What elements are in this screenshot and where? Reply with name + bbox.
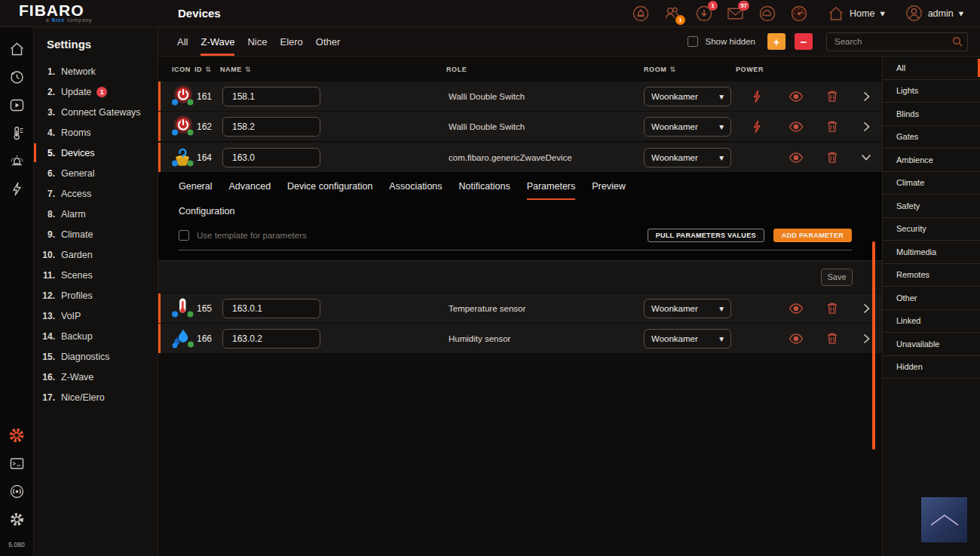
settings-item-rooms[interactable]: 4.Rooms [34,122,158,143]
category-multimedia[interactable]: Multimedia [883,241,980,264]
update-icon[interactable]: 1 [695,5,712,22]
chevron-right-icon[interactable] [863,91,870,102]
show-hidden-checkbox[interactable] [688,36,698,47]
settings-item-devices[interactable]: 5.Devices [34,143,158,163]
eye-icon[interactable] [789,91,804,102]
eye-icon[interactable] [789,303,804,314]
settings-item-connect-gateways[interactable]: 3.Connect Gateways [34,102,158,122]
settings-gear-icon[interactable] [8,426,26,444]
category-ambience[interactable]: Ambience [883,149,980,172]
category-other[interactable]: Other [883,287,980,310]
settings-item-general[interactable]: 6.General [34,163,158,183]
device-name-input[interactable] [222,117,320,137]
network-icon[interactable] [8,482,26,500]
tab-other[interactable]: Other [316,27,341,56]
chevron-down-icon: ▾ [719,333,724,344]
trash-icon[interactable] [826,151,838,164]
room-select[interactable]: Woonkamer▾ [644,299,731,318]
settings-item-access[interactable]: 7.Access [34,183,158,204]
media-icon[interactable] [8,96,26,114]
category-unavailable[interactable]: Unavailable [883,333,980,356]
category-hidden[interactable]: Hidden [883,356,980,379]
add-device-button[interactable]: + [767,33,786,50]
settings-item-diagnostics[interactable]: 15.Diagnostics [34,346,158,367]
category-all[interactable]: All [883,57,980,80]
category-remotes[interactable]: Remotes [883,264,980,287]
chevron-right-icon[interactable] [863,303,870,314]
category-safety[interactable]: Safety [883,195,980,218]
eye-icon[interactable] [789,121,804,132]
tab-zwave[interactable]: Z-Wave [201,27,234,56]
settings-item-climate[interactable]: 9.Climate [34,224,158,244]
room-select[interactable]: Woonkamer▾ [644,329,731,349]
save-button[interactable]: Save [821,269,853,286]
category-security[interactable]: Security [883,218,980,241]
settings-item-voip[interactable]: 13.VoIP [34,306,158,326]
detail-tab-device-configuration[interactable]: Device configuration [287,181,372,200]
settings-item-scenes[interactable]: 11.Scenes [34,265,158,285]
category-lights[interactable]: Lights [883,80,980,103]
history-icon[interactable] [8,68,26,86]
eye-icon[interactable] [789,152,804,163]
device-name-input[interactable] [222,299,320,318]
chevron-right-icon[interactable] [863,333,870,344]
gauge-icon[interactable] [790,5,807,22]
category-blinds[interactable]: Blinds [883,103,980,126]
scroll-to-top-button[interactable] [921,497,967,542]
alarm-panel-icon[interactable] [632,5,649,22]
tab-elero[interactable]: Elero [280,27,303,56]
search-input[interactable] [826,32,968,51]
pull-parameters-button[interactable]: PULL PARAMETERS VALUES [648,229,764,242]
climate-icon[interactable] [8,124,26,142]
tab-all[interactable]: All [177,27,188,56]
mail-icon[interactable]: 57 [727,5,744,22]
trash-icon[interactable] [826,90,838,103]
use-template-checkbox[interactable] [179,230,189,241]
device-name-input[interactable] [222,87,320,106]
category-gates[interactable]: Gates [883,126,980,149]
home-selector[interactable]: Home ▾ [828,5,885,22]
trash-icon[interactable] [826,120,838,133]
settings-item-backup[interactable]: 14.Backup [34,326,158,346]
device-name-input[interactable] [222,329,320,349]
add-parameter-button[interactable]: ADD PARAMETER [773,229,852,242]
home-icon[interactable] [8,40,26,58]
detail-tab-advanced[interactable]: Advanced [228,181,271,200]
settings-item-profiles[interactable]: 12.Profiles [34,285,158,306]
category-linked[interactable]: Linked [883,310,980,333]
system-gear-icon[interactable] [8,510,26,528]
room-select[interactable]: Woonkamer▾ [644,117,731,137]
console-icon[interactable] [8,454,26,472]
header-room[interactable]: ROOM⇅ [636,66,736,73]
remove-device-button[interactable]: − [795,33,813,50]
detail-tab-parameters[interactable]: Parameters [527,181,576,200]
scrollbar-thumb[interactable] [872,241,875,450]
room-select[interactable]: Woonkamer▾ [644,148,731,167]
trash-icon[interactable] [826,332,838,345]
cloud-icon[interactable] [758,5,776,22]
detail-tab-general[interactable]: General [179,181,212,200]
alarm-icon[interactable] [8,152,26,170]
tab-nice[interactable]: Nice [247,27,267,56]
energy-icon[interactable] [8,180,26,198]
eye-icon[interactable] [789,333,804,344]
settings-item-nice-elero[interactable]: 17.Nice/Elero [34,387,158,407]
settings-item-alarm[interactable]: 8.Alarm [34,204,158,224]
category-climate[interactable]: Climate [883,172,980,195]
settings-item-garden[interactable]: 10.Garden [34,244,158,265]
trash-icon[interactable] [826,302,838,315]
detail-tab-associations[interactable]: Associations [389,181,442,200]
chevron-right-icon[interactable] [863,121,870,132]
user-menu[interactable]: admin ▾ [905,5,963,22]
device-name-input[interactable] [222,148,320,167]
settings-item-update[interactable]: 2.Update1 [34,81,158,102]
detail-tab-notifications[interactable]: Notifications [459,181,510,200]
settings-item-network[interactable]: 1.Network [34,61,158,81]
chevron-up-icon[interactable] [861,154,871,161]
settings-item-zwave[interactable]: 16.Z-Wave [34,367,158,387]
users-icon[interactable]: 1 [663,5,681,22]
header-name[interactable]: NAME⇅ [220,66,332,73]
header-id[interactable]: ID⇅ [194,66,220,73]
detail-tab-preview[interactable]: Preview [592,181,625,200]
room-select[interactable]: Woonkamer▾ [644,87,731,106]
